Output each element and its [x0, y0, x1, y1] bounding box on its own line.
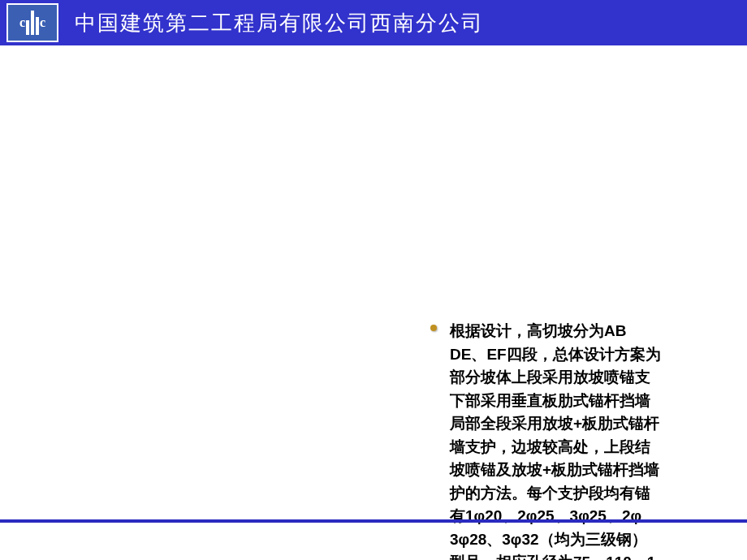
header-title: 中国建筑第二工程局有限公司西南分公司 [75, 9, 484, 37]
company-logo: c c [6, 3, 58, 42]
body-text-line1: 根据设计，高切坡分为AB [450, 322, 626, 339]
slide-content: 根据设计，高切坡分为AB DE、EF四段，总体设计方案为 部分坡体上段采用放坡喷… [0, 45, 747, 560]
header-bar: c c 中国建筑第二工程局有限公司西南分公司 [0, 0, 747, 45]
body-text-rest: DE、EF四段，总体设计方案为 部分坡体上段采用放坡喷锚支 下部采用垂直板肋式锚… [450, 346, 661, 548]
logo-graphic: c c [19, 11, 45, 35]
bullet-icon [430, 325, 437, 331]
body-text-below-band: 型号，相应孔径为75、110、1 150mm几种，锚杆与水平面夹角 [450, 554, 673, 560]
footer-divider [0, 519, 747, 523]
body-text-block: 根据设计，高切坡分为AB DE、EF四段，总体设计方案为 部分坡体上段采用放坡喷… [450, 320, 747, 560]
